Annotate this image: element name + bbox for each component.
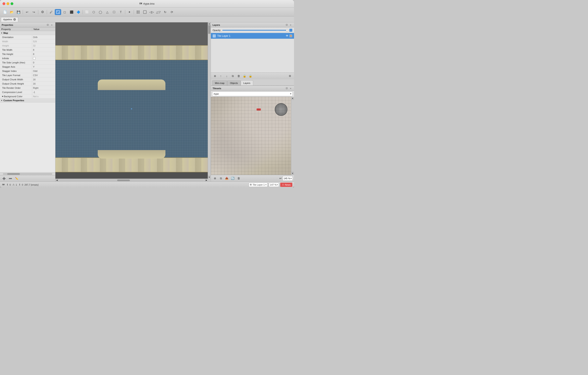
tool-eraser[interactable]: ◻ xyxy=(62,9,68,15)
tab-objects[interactable]: Objects xyxy=(227,80,241,85)
layer-up-btn[interactable]: ↑ xyxy=(218,74,224,79)
layer-down-btn[interactable]: ↓ xyxy=(224,74,230,79)
view-btn[interactable] xyxy=(142,9,148,15)
duplicate-tileset-btn[interactable]: ⧉ xyxy=(218,176,224,181)
prop-row-height[interactable]: Height 32 xyxy=(0,43,55,48)
edit-property-button[interactable]: ✏️ xyxy=(14,176,20,181)
tool-select[interactable] xyxy=(55,9,61,15)
vscroll-thumb[interactable] xyxy=(208,25,210,34)
tileset-selector[interactable]: rtype ▾ xyxy=(212,91,293,96)
flip-v-btn[interactable]: △▽ xyxy=(155,9,162,15)
layer-settings-btn[interactable]: ⚙ xyxy=(287,74,293,79)
add-tileset-btn[interactable]: ⊕ xyxy=(212,176,218,181)
tool-triangle[interactable]: △ xyxy=(104,9,110,15)
delete-layer-btn[interactable]: 🗑 xyxy=(236,74,241,79)
tool-rect[interactable]: ⬜ xyxy=(84,9,90,15)
tilesets-expand-btn[interactable]: ⊡ xyxy=(285,87,288,90)
extra-btn[interactable]: ⟳ xyxy=(169,9,175,15)
hscroll-right-btn[interactable]: ▶ xyxy=(205,179,208,182)
save-file-button[interactable]: 💾 xyxy=(15,9,21,15)
minimize-button[interactable] xyxy=(7,2,9,5)
lock-others-btn[interactable]: 🔒 xyxy=(248,74,253,79)
opacity-slider[interactable] xyxy=(222,30,288,31)
tab-close-button[interactable]: × xyxy=(13,18,16,21)
tool-shape[interactable]: 🔷 xyxy=(75,9,81,15)
panel-close-btn[interactable]: × xyxy=(50,23,53,27)
prop-row-hex-side[interactable]: Tile Side Length (Hex) 0 xyxy=(0,61,55,65)
prop-row-output-chunk-width[interactable]: Output Chunk Width 16 xyxy=(0,77,55,81)
redo-button[interactable]: ↪ xyxy=(31,9,37,15)
opacity-slider-thumb[interactable] xyxy=(286,29,288,31)
vscroll-down-btn[interactable]: ▼ xyxy=(208,176,211,179)
current-layer-selector[interactable]: ⊞ Tile Layer 1 ▾ xyxy=(249,183,268,187)
canvas-hscrollbar[interactable]: ◀ ▶ xyxy=(55,179,208,182)
map-canvas[interactable] xyxy=(55,22,208,179)
add-property-button[interactable]: ➕ xyxy=(1,176,7,181)
tilesets-close-btn[interactable]: × xyxy=(289,87,292,90)
bg-color-arrow-icon: ▶ xyxy=(2,95,3,97)
prop-row-tile-layer-format[interactable]: Tile Layer Format CSV xyxy=(0,73,55,77)
prop-row-tile-width[interactable]: Tile Width 8 xyxy=(0,48,55,52)
prop-row-compression[interactable]: Compression Level -1 xyxy=(0,90,55,94)
lock-layer-btn[interactable]: 🔒 xyxy=(242,74,247,79)
refresh-tileset-btn[interactable]: 🔄 xyxy=(230,176,235,181)
hscroll-left-btn[interactable]: ◀ xyxy=(55,179,58,182)
settings-button[interactable]: ⚙ xyxy=(39,9,46,15)
tab-minimap[interactable]: Mini-map xyxy=(212,80,227,85)
tileset-zoom-selector[interactable]: 145 % ▾ xyxy=(283,176,293,181)
prop-row-background-color[interactable]: ▶ Background Color Not s xyxy=(0,94,55,99)
tool-point[interactable]: ☐ xyxy=(111,9,117,15)
export-tileset-btn[interactable]: 📤 xyxy=(224,176,230,181)
hscroll-thumb[interactable] xyxy=(7,173,20,175)
prop-row-stagger-index[interactable]: Stagger Index Odd xyxy=(0,69,55,73)
flip-h-btn[interactable]: ◁▷ xyxy=(148,9,155,15)
ts-vscroll-up[interactable]: ▲ xyxy=(291,97,294,100)
close-button[interactable] xyxy=(2,2,5,5)
separator-6 xyxy=(134,10,134,14)
prop-row-tile-height[interactable]: Tile Height 8 xyxy=(0,52,55,56)
new-file-button[interactable]: 📄 xyxy=(2,9,8,15)
tileset-image-view[interactable]: ▲ ▼ xyxy=(211,97,294,175)
tab-rtypetmx[interactable]: rtypetmx × xyxy=(1,17,18,22)
prop-row-orientation[interactable]: Orientation Orth xyxy=(0,35,55,39)
props-hscrollbar[interactable] xyxy=(0,172,55,175)
news-button[interactable]: ⚠ News xyxy=(280,183,292,187)
tool-fill[interactable]: ⬛ xyxy=(68,9,75,15)
prop-row-stagger-axis[interactable]: Stagger Axis Y xyxy=(0,65,55,69)
layers-close-btn[interactable]: × xyxy=(289,23,292,27)
delete-tileset-btn[interactable]: 🗑 xyxy=(236,176,241,181)
tool-polygon[interactable]: ⬡ xyxy=(91,9,97,15)
tool-text[interactable]: T xyxy=(118,9,124,15)
snap-button[interactable]: ✦ xyxy=(126,9,133,15)
tool-ellipse[interactable]: ◯ xyxy=(97,9,104,15)
canvas-vscrollbar[interactable]: ▲ ▼ xyxy=(208,22,211,179)
prop-row-tile-render-order[interactable]: Tile Render Order Right xyxy=(0,86,55,90)
maximize-button[interactable] xyxy=(10,2,13,5)
remove-property-button[interactable]: ➖ xyxy=(8,176,13,181)
custom-props-header[interactable]: ▼ Custom Properties xyxy=(0,99,55,102)
add-layer-btn[interactable]: ⊕ xyxy=(212,74,218,79)
vscroll-up-btn[interactable]: ▲ xyxy=(208,22,211,25)
duplicate-layer-btn[interactable]: ⧉ xyxy=(230,74,235,79)
panel-expand-btn[interactable]: ⊡ xyxy=(46,23,49,27)
tab-layers[interactable]: Layers xyxy=(241,80,253,85)
layer-eye-icon[interactable]: 👁 xyxy=(286,34,288,37)
ts-vscroll-down[interactable]: ▼ xyxy=(291,172,294,175)
map-group-header[interactable]: ▼ Map xyxy=(0,31,55,35)
tileset-btn[interactable] xyxy=(135,9,141,15)
prop-row-output-chunk-height[interactable]: Output Chunk Height 16 xyxy=(0,81,55,86)
infinite-checkbox[interactable] xyxy=(33,57,36,60)
open-file-button[interactable]: 📂 xyxy=(9,9,15,15)
tool-stamp[interactable]: 🖊 xyxy=(48,9,54,15)
layer-color-btn[interactable]: 🎨 xyxy=(289,34,292,37)
rotate-btn[interactable]: ↻ xyxy=(162,9,168,15)
undo-button[interactable]: ↩ xyxy=(24,9,30,15)
hscroll-thumb[interactable] xyxy=(117,180,130,181)
prop-row-width[interactable]: Width 526 xyxy=(0,39,55,43)
prop-row-infinite[interactable]: Infinite xyxy=(0,56,55,61)
canvas-content[interactable]: ▲ ▼ ◀ ▶ xyxy=(55,22,211,182)
layers-expand-btn[interactable]: ⊡ xyxy=(285,23,288,27)
tileset-vscrollbar[interactable]: ▲ ▼ xyxy=(291,97,294,175)
zoom-control[interactable]: 147 % ▾ xyxy=(269,183,279,187)
layer-item-tile-layer-1[interactable]: Tile Layer 1 👁 🎨 xyxy=(211,33,294,39)
